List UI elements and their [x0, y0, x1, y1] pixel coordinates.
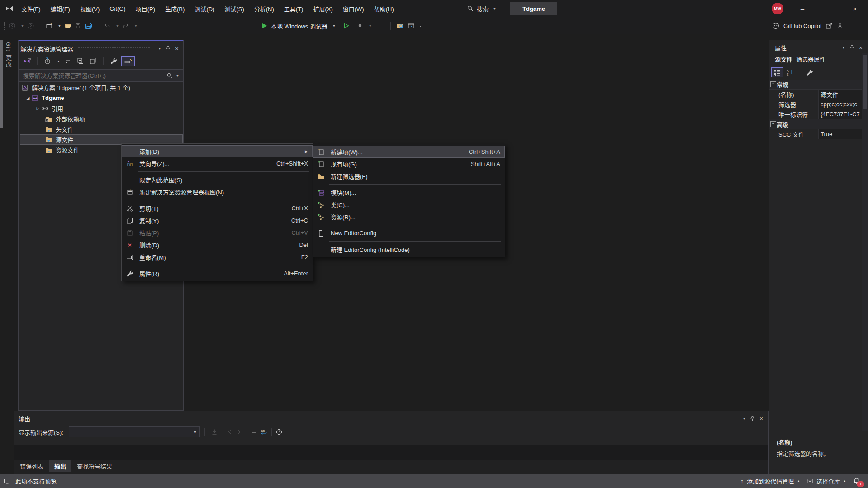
category-general[interactable]: − 常规	[769, 80, 868, 90]
solution-explorer-search-input[interactable]	[19, 72, 166, 79]
submenu-new-editorconfig-intellicode[interactable]: 新建 EditorConfig (IntelliCode)	[313, 243, 505, 256]
switch-views-button[interactable]	[22, 56, 32, 66]
menu-edit[interactable]: 编辑(E)	[46, 0, 75, 17]
submenu-class[interactable]: 类(C)...	[313, 199, 505, 211]
add-to-source-control-button[interactable]: ↑ 添加到源代码管理 ▲	[740, 477, 800, 485]
alphabetical-sort-button[interactable]: AZ	[785, 67, 795, 77]
tab-output[interactable]: 输出	[49, 460, 71, 472]
window-position-icon[interactable]: ▼	[739, 414, 748, 423]
start-debugging-button[interactable]	[261, 23, 268, 29]
collapse-icon[interactable]: −	[770, 121, 776, 127]
navigate-back-dropdown-icon[interactable]: ▼	[21, 24, 24, 28]
context-menu-delete[interactable]: × 删除(D) Del	[122, 239, 313, 251]
collapse-all-button[interactable]	[76, 56, 85, 66]
copilot-share-icon[interactable]	[825, 22, 833, 29]
menu-tools[interactable]: 工具(T)	[279, 0, 308, 17]
close-button[interactable]: ×	[842, 0, 868, 17]
tree-item-header-files[interactable]: 头文件	[45, 124, 73, 134]
sync-with-active-document-button[interactable]	[63, 56, 73, 66]
start-without-debugging-button[interactable]	[343, 23, 350, 29]
next-message-button[interactable]	[234, 427, 244, 437]
menu-help[interactable]: 帮助(H)	[369, 0, 399, 17]
navigate-forward-button[interactable]	[27, 22, 34, 29]
property-row-filter[interactable]: 筛选器 cpp;c;cc;cxx;c	[769, 99, 868, 109]
toolbar-grip[interactable]	[4, 22, 5, 30]
pin-icon[interactable]	[163, 44, 172, 53]
menu-test[interactable]: 测试(S)	[219, 0, 249, 17]
menu-debug[interactable]: 调试(D)	[190, 0, 219, 17]
menu-project[interactable]: 项目(P)	[131, 0, 160, 17]
properties-scrollbar[interactable]	[862, 53, 868, 431]
tree-item-resource-files[interactable]: 资源文件	[45, 145, 79, 155]
save-all-button[interactable]	[85, 22, 92, 29]
preview-selected-items-toggle[interactable]	[121, 56, 135, 66]
window-position-icon[interactable]: ▼	[838, 43, 847, 52]
pin-icon[interactable]	[847, 43, 856, 52]
close-icon[interactable]: ×	[757, 414, 766, 423]
tree-item-external-dependencies[interactable]: 外部依赖项	[45, 114, 85, 124]
context-menu-new-solution-explorer-view[interactable]: 新建解决方案资源管理器视图(N)	[122, 186, 313, 198]
save-button[interactable]	[75, 22, 82, 29]
context-menu-add[interactable]: 添加(D) ▶	[122, 145, 313, 157]
collapse-icon[interactable]: −	[770, 81, 776, 87]
tree-item-project-tdgame[interactable]: ◢ ++ Tdgame	[25, 93, 64, 103]
git-changes-tab[interactable]: Git 更改	[4, 42, 13, 68]
pending-changes-filter-button[interactable]	[43, 56, 52, 66]
output-content[interactable]	[14, 445, 768, 460]
filter-dropdown-icon[interactable]: ▼	[57, 60, 60, 63]
context-menu-cut[interactable]: 剪切(T) Ctrl+X	[122, 202, 313, 214]
collapsed-arrow-icon[interactable]: ▷	[35, 106, 41, 111]
go-to-message-button[interactable]	[209, 427, 219, 437]
properties-button[interactable]	[109, 56, 119, 66]
find-in-files-button[interactable]	[397, 22, 404, 29]
attach-to-process-button[interactable]	[408, 22, 415, 29]
submenu-resource[interactable]: 资源(R)...	[313, 211, 505, 223]
submenu-new-filter[interactable]: 新建筛选器(F)	[313, 170, 505, 182]
undo-button[interactable]	[104, 22, 111, 29]
previous-message-button[interactable]	[224, 427, 234, 437]
menu-extensions[interactable]: 扩展(X)	[308, 0, 337, 17]
run-dropdown-icon[interactable]: ▼	[332, 24, 336, 28]
close-icon[interactable]: ×	[172, 44, 181, 53]
user-avatar[interactable]: MW	[772, 3, 783, 14]
categorized-button[interactable]	[771, 67, 783, 77]
search-icon[interactable]	[166, 72, 173, 79]
category-advanced[interactable]: − 高级	[769, 119, 868, 129]
menu-file[interactable]: 文件(F)	[16, 0, 46, 17]
pin-icon[interactable]	[748, 414, 757, 423]
hot-reload-dropdown-icon[interactable]: ▼	[369, 24, 372, 28]
property-row-scc-file[interactable]: SCC 文件 True	[769, 129, 868, 139]
context-menu-copy[interactable]: 复制(Y) Ctrl+C	[122, 214, 313, 227]
context-menu-scope-to-this[interactable]: 限定为此范围(S)	[122, 174, 313, 186]
message-timestamp-button[interactable]	[274, 427, 284, 437]
submenu-new-editorconfig[interactable]: New EditorConfig	[313, 227, 505, 239]
close-icon[interactable]: ×	[856, 43, 865, 52]
toolbar-overflow-button[interactable]	[418, 23, 424, 29]
redo-button[interactable]	[122, 22, 129, 29]
tree-item-references[interactable]: ▷ 引用	[35, 103, 63, 114]
search-options-icon[interactable]: ▼	[176, 74, 179, 77]
properties-object-select[interactable]: 源文件 筛选器属性 ▼	[771, 53, 867, 64]
undo-dropdown-icon[interactable]: ▼	[116, 24, 119, 28]
restore-button[interactable]	[816, 0, 842, 17]
property-pages-button[interactable]	[805, 67, 815, 77]
menu-view[interactable]: 视图(V)	[75, 0, 104, 17]
navigate-back-button[interactable]	[9, 22, 16, 29]
menu-build[interactable]: 生成(B)	[160, 0, 190, 17]
output-source-select[interactable]: ▼	[69, 426, 200, 437]
menu-analyze[interactable]: 分析(N)	[249, 0, 279, 17]
property-row-name[interactable]: (名称) 源文件	[769, 90, 868, 99]
run-label[interactable]: 本地 Windows 调试器	[271, 22, 327, 30]
notifications-button[interactable]: 1	[853, 477, 862, 486]
menu-git[interactable]: Git(G)	[104, 0, 130, 17]
copilot-account-icon[interactable]	[836, 22, 844, 29]
property-row-unique-id[interactable]: 唯一标识符 {4FC737F1-C7	[769, 109, 868, 119]
tab-error-list[interactable]: 错误列表	[14, 460, 49, 472]
hot-reload-button[interactable]	[356, 22, 364, 29]
redo-dropdown-icon[interactable]: ▼	[134, 24, 138, 28]
new-project-button[interactable]	[46, 22, 53, 29]
git-changes-tab-indicator[interactable]	[0, 40, 3, 128]
new-project-dropdown-icon[interactable]: ▼	[58, 24, 61, 28]
show-all-files-button[interactable]	[88, 56, 98, 66]
clear-all-button[interactable]	[249, 427, 259, 437]
